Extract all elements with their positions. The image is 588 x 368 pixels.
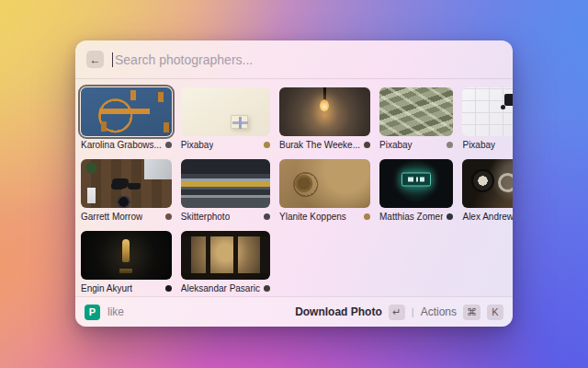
download-photo-button[interactable]: Download Photo (295, 305, 382, 318)
photo-result-item[interactable]: Pixabay (379, 87, 453, 151)
photo-meta: Karolina Grabows... (81, 139, 172, 151)
photographer-name: Pixabay (379, 140, 413, 150)
photo-result-item[interactable]: Skitterphoto (181, 159, 270, 223)
photo-meta: Burak The Weeke... (279, 139, 370, 151)
search-header: ← (75, 40, 513, 79)
actions-button[interactable]: Actions (421, 305, 457, 318)
photographer-avatar-dot (364, 213, 370, 220)
photo-result-item[interactable]: Engin Akyurt (81, 231, 172, 294)
photo-meta: Alex Andrews (462, 211, 513, 223)
photo-result-item[interactable]: Pixabay (462, 87, 513, 151)
photo-thumbnail[interactable] (81, 231, 172, 280)
photo-result-item[interactable]: Pixabay (181, 87, 270, 151)
photo-thumbnail[interactable] (462, 159, 513, 208)
photo-result-item[interactable]: Matthias Zomer (379, 159, 453, 223)
photographer-avatar-dot (165, 285, 172, 292)
photo-thumbnail[interactable] (81, 159, 172, 208)
photographer-avatar-dot (165, 213, 172, 220)
search-input[interactable] (112, 52, 502, 67)
footer-divider: | (412, 306, 414, 317)
photographer-name: Burak The Weeke... (279, 140, 360, 150)
photo-thumbnail[interactable] (181, 159, 270, 208)
photo-meta: Matthias Zomer (379, 211, 453, 223)
photographer-name: Skitterphoto (181, 212, 230, 222)
photographer-avatar-dot (447, 142, 453, 148)
photo-thumbnail[interactable] (379, 159, 453, 208)
selected-action-label: like (107, 305, 124, 318)
photo-meta: Pixabay (181, 139, 270, 151)
k-key-icon: K (487, 305, 503, 320)
command-key-icon: ⌘ (463, 305, 481, 320)
photographer-avatar-dot (364, 142, 370, 148)
photographer-name: Karolina Grabows... (81, 140, 162, 150)
photo-meta: Aleksandar Pasaric (181, 282, 270, 294)
pexels-icon: P (85, 305, 100, 320)
text-caret (112, 52, 113, 67)
photo-result-item[interactable]: Garrett Morrow (81, 159, 172, 223)
back-arrow-icon: ← (90, 54, 101, 65)
photo-meta: Skitterphoto (181, 211, 270, 223)
enter-key-icon: ↵ (389, 305, 405, 320)
photo-meta: Pixabay (379, 139, 453, 151)
photographer-name: Pixabay (181, 140, 214, 150)
action-bar: P like Download Photo ↵ | Actions ⌘ K (75, 296, 513, 327)
photo-thumbnail[interactable] (462, 87, 513, 136)
photo-thumbnail[interactable] (81, 87, 172, 136)
photo-thumbnail[interactable] (181, 87, 270, 136)
photo-meta: Garrett Morrow (81, 211, 172, 223)
photo-thumbnail[interactable] (379, 87, 453, 136)
photographer-name: Matthias Zomer (379, 212, 443, 222)
photographer-name: Pixabay (462, 140, 495, 150)
photographer-name: Garrett Morrow (81, 212, 142, 222)
photo-result-item[interactable]: Aleksandar Pasaric (181, 231, 270, 294)
photographer-name: Aleksandar Pasaric (181, 283, 260, 293)
photo-thumbnail[interactable] (279, 87, 370, 136)
photo-result-item[interactable]: Ylanite Koppens (279, 159, 370, 223)
photo-result-item[interactable]: Burak The Weeke... (279, 87, 370, 151)
photographer-avatar-dot (264, 142, 270, 148)
photo-thumbnail[interactable] (181, 231, 270, 280)
photo-meta: Pixabay (462, 139, 513, 151)
back-button[interactable]: ← (86, 51, 104, 68)
photographer-avatar-dot (264, 213, 270, 220)
command-palette-window: ← Karolina Grabows... Pixabay Burak (75, 40, 513, 327)
photographer-avatar-dot (264, 285, 270, 292)
photo-thumbnail[interactable] (279, 159, 370, 208)
photographer-name: Engin Akyurt (81, 283, 132, 293)
photo-result-item[interactable]: Alex Andrews (462, 159, 513, 223)
photo-result-item[interactable]: Karolina Grabows... (81, 87, 172, 151)
photo-meta: Ylanite Koppens (279, 211, 370, 223)
photographer-avatar-dot (447, 213, 453, 220)
photographer-name: Alex Andrews (462, 212, 513, 222)
photo-grid: Karolina Grabows... Pixabay Burak The We… (75, 79, 513, 296)
photo-meta: Engin Akyurt (81, 282, 172, 294)
photographer-name: Ylanite Koppens (279, 212, 346, 222)
photographer-avatar-dot (165, 142, 172, 148)
